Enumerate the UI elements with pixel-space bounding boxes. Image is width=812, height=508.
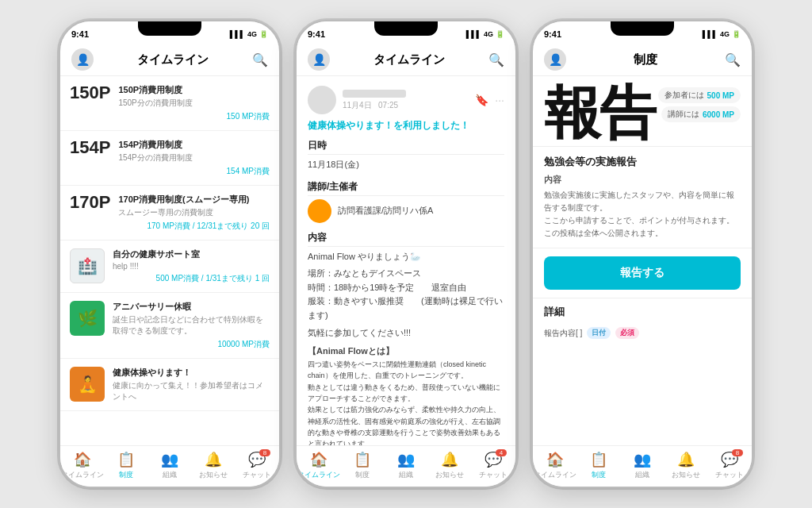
phone1-notch: 9:41 ▌▌▌ 4G 🔋 [60, 21, 279, 44]
detail-heading: 詳細 [533, 298, 752, 322]
network-icon: 4G [484, 30, 493, 38]
bell-icon: 🔔 [205, 451, 222, 468]
time-value: 時間：18時から19時を予定 退室自由 [308, 281, 504, 295]
report-button[interactable]: 報告する [544, 256, 741, 290]
nav-timeline[interactable]: 🏠 タイムライン [297, 451, 340, 480]
instructor-label: 講師には [668, 109, 699, 120]
instructor-avatar [308, 199, 331, 223]
book-icon: 📋 [354, 451, 371, 468]
post-date: 11月4日 07:25 [343, 100, 469, 111]
item-title: 150P消費用制度 [118, 84, 270, 96]
nav-notice[interactable]: 🔔 お知らせ [192, 451, 236, 480]
home-icon: 🏠 [310, 451, 327, 468]
af-title: 【Animal Flowとは】 [308, 344, 504, 359]
content-label: 内容 [308, 231, 504, 247]
bookmark-icon[interactable]: 🔖 [475, 94, 488, 106]
nav-label: 組織 [635, 470, 649, 480]
phone2-search-icon[interactable]: 🔍 [488, 52, 504, 67]
nav-label: タイムライン [534, 470, 576, 480]
list-item[interactable]: 🏥 自分の健康サポート室 help !!!! 500 MP消費 / 1/31まで… [60, 241, 279, 293]
section1-sub: 内容 [544, 174, 741, 186]
post-tag: 健康体操やります！を利用しました！ [308, 119, 504, 133]
list-item[interactable]: 154P 154P消費用制度 154P分の消費用制度 154 MP消費 [60, 131, 279, 186]
big-title-area: 報告 参加者には 500 MP 講師には 6000 MP [533, 76, 752, 146]
item-sub: 154P分の消費用制度 [118, 152, 270, 164]
nav-notice[interactable]: 🔔 お知らせ [428, 451, 472, 480]
item-text: 150P消費用制度 150P分の消費用制度 150 MP消費 [118, 84, 270, 122]
nav-seido[interactable]: 📋 制度 [104, 451, 147, 480]
nav-chat[interactable]: 💬 チャット 4 [472, 451, 515, 480]
nav-org[interactable]: 👥 組織 [384, 451, 427, 480]
people-icon: 👥 [397, 451, 415, 468]
phones-container: 9:41 ▌▌▌ 4G 🔋 👤 タイムライン 🔍 150P 150P消費用制度 … [43, 4, 769, 504]
item-mp: 170 MP消費 / 12/31まで残り 20 回 [118, 221, 270, 232]
section1-text: 勉強会実施後に実施したスタッフや、内容を簡単に報告する制度です。 ここから申請す… [544, 189, 741, 240]
nav-org[interactable]: 👥 組織 [147, 451, 191, 480]
item-sub: スムージー専用の消費制度 [118, 207, 270, 218]
item-text: 154P消費用制度 154P分の消費用制度 154 MP消費 [118, 139, 270, 177]
nav-timeline[interactable]: 🏠 タイムライン [60, 451, 104, 480]
people-icon: 👥 [634, 451, 651, 468]
chat-badge: 8 [259, 449, 270, 456]
list-item[interactable]: 🧘 健康体操やります！ 健康に向かって集え！！参加希望者はコメントへ [60, 359, 279, 411]
instructor-mp: 6000 MP [703, 110, 734, 119]
battery-icon: 🔋 [259, 30, 268, 38]
nav-label: お知らせ [435, 470, 464, 480]
notch-cutout [611, 21, 674, 36]
list-item[interactable]: 🌿 アニバーサリー休暇 誕生日や記念日などに合わせて特別休暇を取得できる制度です… [60, 293, 279, 359]
phone2-time: 9:41 [308, 29, 325, 39]
item-sub: 健康に向かって集え！！参加希望者はコメントへ [113, 380, 270, 402]
nav-org[interactable]: 👥 組織 [620, 451, 664, 480]
detail-row: 報告内容[ ] 日付 必須 [533, 322, 752, 344]
nav-timeline[interactable]: 🏠 タイムライン [533, 451, 576, 480]
item-title: アニバーサリー休暇 [113, 301, 270, 313]
nav-label: 制度 [119, 470, 133, 480]
required-chip: 必須 [615, 327, 639, 339]
phone3-search-icon[interactable]: 🔍 [725, 52, 741, 67]
list-item[interactable]: 150P 150P消費用制度 150P分の消費用制度 150 MP消費 [60, 76, 279, 131]
post-avatar [308, 86, 336, 114]
item-text: アニバーサリー休暇 誕生日や記念日などに合わせて特別休暇を取得できる制度です。 … [113, 301, 270, 350]
item-mp: 10000 MP消費 [113, 339, 270, 350]
date-chip: 日付 [587, 327, 611, 339]
af-desc: 四つ遣い姿勢をベースに閉鎖性運動連鎖（closed kinetic chain）… [308, 359, 504, 445]
phone2-nav: 🏠 タイムライン 📋 制度 👥 組織 🔔 お知らせ 💬 チャット 4 [297, 445, 515, 487]
item-badge: 170P [70, 194, 110, 211]
item-text: 健康体操やります！ 健康に向かって集え！！参加希望者はコメントへ [113, 367, 270, 402]
home-icon: 🏠 [546, 451, 564, 468]
mp-badges: 参加者には 500 MP 講師には 6000 MP [658, 87, 741, 122]
nav-chat[interactable]: 💬 チャット 8 [236, 451, 279, 480]
network-icon: 4G [720, 30, 730, 38]
phone3-nav: 🏠 タイムライン 📋 制度 👥 組織 🔔 お知らせ 💬 チャット 8 [533, 445, 752, 487]
network-icon: 4G [247, 30, 257, 38]
instructor-mp-badge: 講師には 6000 MP [661, 106, 741, 122]
people-icon: 👥 [161, 451, 178, 468]
nav-notice[interactable]: 🔔 お知らせ [665, 451, 708, 480]
phone1-content: 150P 150P消費用制度 150P分の消費用制度 150 MP消費 154P… [60, 76, 279, 445]
phone1-nav: 🏠 タイムライン 📋 制度 👥 組織 🔔 お知らせ 💬 チャット 8 [60, 445, 279, 487]
phone1-status-icons: ▌▌▌ 4G 🔋 [230, 30, 268, 38]
post-user-row: 11月4日 07:25 🔖 ··· [308, 86, 504, 114]
nav-label: タイムライン [297, 470, 340, 480]
item-image: 🌿 [70, 301, 105, 336]
item-sub: 150P分の消費用制度 [118, 98, 270, 109]
nav-seido[interactable]: 📋 制度 [340, 451, 384, 480]
nav-chat[interactable]: 💬 チャット 8 [708, 451, 752, 480]
phone1-time: 9:41 [71, 29, 89, 39]
notch-cutout [138, 21, 201, 36]
more-icon[interactable]: ··· [495, 94, 504, 106]
item-title: 健康体操やります！ [113, 367, 270, 379]
item-text: 自分の健康サポート室 help !!!! 500 MP消費 / 1/31まで残り… [113, 248, 270, 284]
date-value: 11月18日(金) [308, 158, 504, 172]
nav-seido[interactable]: 📋 制度 [576, 451, 620, 480]
item-title: 170P消費用制度(スムージー専用) [118, 194, 270, 206]
section1-title: 勉強会等の実施報告 [544, 155, 741, 169]
instructor-section: 講師/主催者 訪問看護課/訪問リハ係A [308, 180, 504, 223]
item-sub: help !!!! [113, 262, 270, 271]
item-text: 170P消費用制度(スムージー専用) スムージー専用の消費制度 170 MP消費… [118, 194, 270, 232]
notch-cutout [374, 21, 438, 36]
nav-label: タイムライン [61, 470, 104, 480]
phone1-search-icon[interactable]: 🔍 [252, 52, 268, 67]
list-item[interactable]: 170P 170P消費用制度(スムージー専用) スムージー専用の消費制度 170… [60, 186, 279, 241]
detail-area: 11月4日 07:25 🔖 ··· 健康体操やります！を利用しました！ 日時 1… [297, 76, 515, 445]
